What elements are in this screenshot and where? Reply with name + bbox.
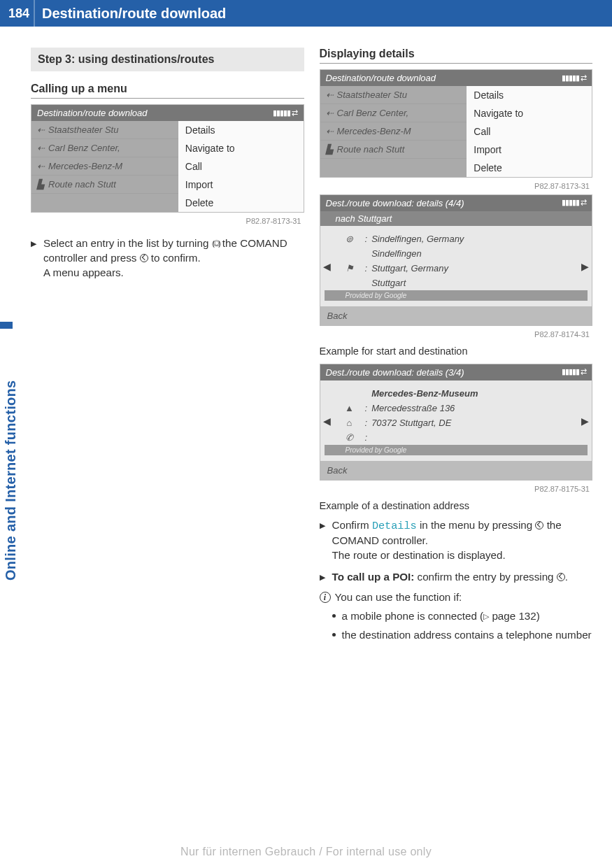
right-column: Displaying details Destination/route dow… xyxy=(320,48,593,647)
procedure-step: Select an entry in the list by turning ⦅… xyxy=(31,236,304,280)
list-item: Staatstheater Stu xyxy=(48,124,118,135)
figure-id: P82.87-8173-31 xyxy=(320,180,593,194)
list-item: a mobile phone is connected (▷ page 132) xyxy=(332,609,593,624)
back-button: Back xyxy=(320,306,592,325)
info-text: You can use the function if: xyxy=(335,590,593,605)
sub-heading-displaying-details: Displaying details xyxy=(320,48,593,64)
figure-id: P82.87-8174-31 xyxy=(320,329,593,343)
screenshot-menu-1: Destination/route download ▮▮▮▮▮ ⇄ ⇠Staa… xyxy=(31,104,304,213)
xref-icon: ▷ xyxy=(483,611,489,622)
press-controller-icon xyxy=(557,573,565,581)
menu-item: Details xyxy=(467,86,592,104)
figure-id: P82.87-8173-31 xyxy=(31,215,304,229)
list-item: Mercedes-Benz-M xyxy=(48,161,122,171)
step-marker-icon xyxy=(320,570,332,585)
detail-name: Mercedes-Benz-Museum xyxy=(371,388,478,399)
step-text: confirm the entry by pressing xyxy=(414,571,556,583)
list-item: Mercedes-Benz-M xyxy=(337,126,411,136)
figure-caption: Example for start and destination xyxy=(320,346,593,357)
arrow-left-icon: ◀ xyxy=(323,415,331,427)
step-marker-icon xyxy=(320,518,332,563)
list-item: Staatstheater Stu xyxy=(337,90,407,100)
list-item: Carl Benz Center, xyxy=(337,108,409,118)
screenshot-left-list: ⇠Staatstheater Stu ⇠Carl Benz Center, ⇠M… xyxy=(31,121,178,212)
screenshot-details-address: Dest./route download: details (3/4) ▮▮▮▮… xyxy=(320,364,593,481)
pin-icon: ⊚ xyxy=(339,234,361,244)
list-item: Carl Benz Center, xyxy=(48,143,120,153)
step-text: Select an entry in the list by turning xyxy=(43,237,212,249)
signal-icon: ▮▮▮▮▮ ⇄ xyxy=(562,73,586,83)
back-button: Back xyxy=(320,461,592,480)
flag-icon: ⚑ xyxy=(339,263,361,273)
list-item: Route nach Stutt xyxy=(337,144,405,155)
step-text: in the menu by pressing xyxy=(417,519,536,531)
detail-value: Sindelfingen, Germany xyxy=(371,234,464,244)
signal-icon: ▮▮▮▮▮ ⇄ xyxy=(562,198,586,208)
screenshot-subtitle: nach Stuttgart xyxy=(320,211,592,226)
info-icon: i xyxy=(320,592,331,603)
footer-watermark: Nur für internen Gebrauch / For internal… xyxy=(0,846,612,858)
list-item: the destination address contains a telep… xyxy=(332,628,593,643)
step-bold: To call up a POI: xyxy=(332,571,415,583)
info-note: i You can use the function if: xyxy=(320,590,593,605)
building-icon: ⌂ xyxy=(339,418,361,428)
press-controller-icon xyxy=(140,254,148,262)
arrow-right-icon: ▶ xyxy=(581,261,589,272)
page-title: Destination/route download xyxy=(35,6,226,22)
bullet-list: a mobile phone is connected (▷ page 132)… xyxy=(332,609,593,643)
detail-value: Stuttgart, Germany xyxy=(371,263,448,273)
detail-value: Mercedesstraße 136 xyxy=(371,403,455,413)
side-tab-label: Online and Internet functions xyxy=(3,329,19,581)
screenshot-context-menu: Details Navigate to Call Import Delete xyxy=(178,121,304,212)
provider-label: Provided by Google xyxy=(325,290,588,301)
screenshot-details-route: Dest./route download: details (4/4) ▮▮▮▮… xyxy=(320,194,593,326)
detail-value: Sindelfingen xyxy=(371,248,422,259)
step-text: to confirm. xyxy=(148,252,201,264)
sub-heading-calling-menu: Calling up a menu xyxy=(31,83,304,99)
detail-value: Stuttgart xyxy=(371,278,406,288)
figure-id: P82.87-8175-31 xyxy=(320,483,593,497)
menu-item: Import xyxy=(467,141,592,159)
page-header: 184 Destination/route download xyxy=(0,0,612,27)
screenshot-titlebar: Destination/route download ▮▮▮▮▮ ⇄ xyxy=(31,105,304,121)
step-marker-icon xyxy=(31,236,43,280)
menu-item: Import xyxy=(178,176,304,194)
detail-value: 70372 Stuttgart, DE xyxy=(371,418,451,428)
side-tab: Online and Internet functions xyxy=(0,329,20,581)
menu-item: Call xyxy=(178,157,304,176)
figure-caption: Example of a destination address xyxy=(320,500,593,511)
step-text: . xyxy=(565,571,568,583)
press-controller-icon xyxy=(535,521,543,529)
provider-label: Provided by Google xyxy=(325,445,588,455)
phone-icon: ✆ xyxy=(339,432,361,443)
menu-item: Delete xyxy=(178,194,304,212)
screenshot-title-text: Destination/route download xyxy=(37,108,148,118)
signal-icon: ▮▮▮▮▮ ⇄ xyxy=(273,108,297,118)
ui-label-reference: Details xyxy=(372,520,417,532)
menu-item: Delete xyxy=(467,159,592,177)
screenshot-title-text: Dest./route download: details (3/4) xyxy=(326,367,464,378)
step-result: A menu appears. xyxy=(43,266,124,278)
menu-item: Details xyxy=(178,121,304,139)
step-heading: Step 3: using destinations/routes xyxy=(31,48,304,71)
flag-icon: ▲ xyxy=(339,403,361,413)
procedure-step: To call up a POI: confirm the entry by p… xyxy=(320,570,593,585)
step-text: Confirm xyxy=(332,519,372,531)
menu-item: Navigate to xyxy=(467,104,592,122)
arrow-right-icon: ▶ xyxy=(581,415,589,427)
screenshot-title-text: Destination/route download xyxy=(326,73,436,83)
arrow-left-icon: ◀ xyxy=(323,261,331,272)
page-number: 184 xyxy=(0,0,35,27)
turn-controller-icon: ⦅◎⦆ xyxy=(212,238,220,250)
left-column: Step 3: using destinations/routes Callin… xyxy=(31,48,304,647)
screenshot-title-text: Dest./route download: details (4/4) xyxy=(326,198,464,208)
list-item: Route nach Stutt xyxy=(48,179,116,190)
procedure-step: Confirm Details in the menu by pressing … xyxy=(320,518,593,563)
signal-icon: ▮▮▮▮▮ ⇄ xyxy=(562,367,586,378)
step-result: The route or destination is displayed. xyxy=(332,549,506,561)
menu-item: Call xyxy=(467,122,592,141)
screenshot-menu-2: Destination/route download ▮▮▮▮▮ ⇄ ⇠Staa… xyxy=(320,69,593,178)
menu-item: Navigate to xyxy=(178,139,304,157)
